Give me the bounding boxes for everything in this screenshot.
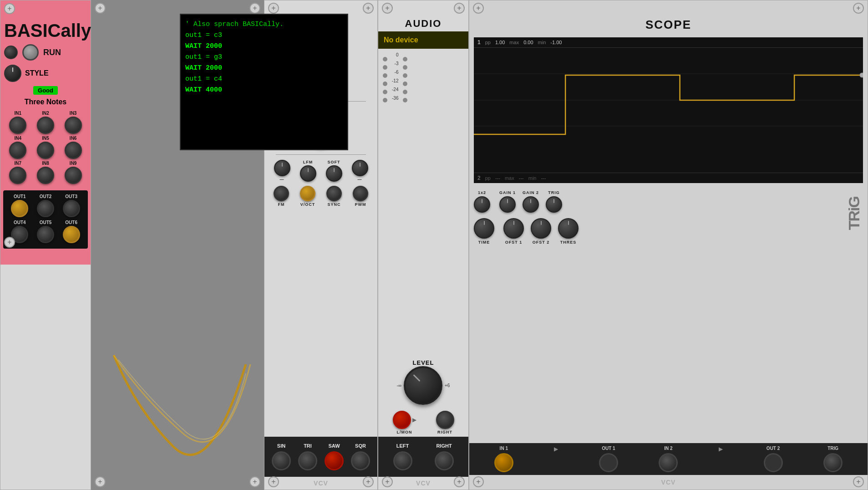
waveform-bar: SIN TRI SAW SQR [264, 437, 377, 477]
code-line-5: WAIT 2000 [185, 63, 343, 74]
in2-jack[interactable] [37, 117, 54, 134]
in4-jack[interactable] [9, 142, 26, 159]
db-0: 0 [396, 52, 399, 57]
scope-top-left-plus[interactable]: + [473, 3, 484, 14]
out3-jack[interactable] [63, 200, 80, 217]
level-section: LEVEL -∞ +6 [397, 356, 450, 408]
thres-knob[interactable] [558, 218, 579, 239]
style-row: STYLE [0, 63, 91, 84]
in2-label: IN2 [42, 111, 49, 116]
scope-out2-jack[interactable] [764, 453, 783, 472]
style-knob[interactable] [4, 65, 21, 82]
gain2-knob[interactable] [523, 196, 539, 213]
audio-top-left-plus[interactable]: + [382, 3, 393, 14]
db-m36: -36 [392, 96, 398, 101]
sin-jack[interactable] [272, 451, 291, 470]
run-label: RUN [43, 48, 61, 57]
scope-out1-jack[interactable] [599, 453, 618, 472]
out1-jack[interactable] [11, 200, 28, 217]
scope-jacks: IN 1 ▶ OUT 1 IN 2 ▶ OUT 2 TRIG [469, 443, 868, 475]
in6-group: IN6 [65, 136, 82, 159]
vco-top-left-plus[interactable]: + [268, 3, 279, 14]
left-out-label: LEFT [396, 443, 409, 449]
left-meter-dots [383, 57, 387, 102]
in3-group: IN3 [65, 111, 82, 134]
bottom-left-plus[interactable]: + [4, 237, 15, 248]
in1-group: IN1 [9, 111, 26, 134]
out2-jack[interactable] [37, 200, 54, 217]
right-mon-jack[interactable] [436, 411, 454, 429]
x1x2-knob[interactable] [474, 196, 490, 213]
in7-jack[interactable] [9, 167, 26, 184]
sync-jack[interactable] [326, 186, 342, 201]
sqr-label: SQR [355, 443, 366, 449]
right-label: RIGHT [437, 430, 452, 434]
ch1-max-label: max [509, 40, 519, 45]
voct-jack[interactable] [300, 186, 315, 201]
lmon-jack[interactable] [393, 411, 411, 429]
meter-dot-m24 [383, 90, 387, 94]
vco-controls: — LFM SOFT — [264, 158, 377, 184]
right-out-jack[interactable] [435, 451, 454, 470]
terminal-bot-left-plus[interactable]: + [95, 476, 106, 487]
scope-in1-col: IN 1 [494, 446, 513, 472]
out4-label: OUT4 [14, 220, 26, 225]
vco-bot-right-plus[interactable]: + [363, 476, 374, 487]
trig-knob[interactable] [546, 196, 562, 213]
saw-jack[interactable] [325, 451, 344, 470]
top-left-plus[interactable]: + [4, 3, 15, 14]
scope-bot-left-plus[interactable]: + [473, 476, 484, 487]
lfm-knob[interactable] [300, 165, 316, 182]
level-knob[interactable] [404, 366, 442, 405]
scope-bot-right-plus[interactable]: + [853, 476, 864, 487]
terminal-top-right-plus[interactable]: + [249, 3, 260, 14]
run-knob-input[interactable] [4, 46, 18, 59]
left-out-jack[interactable] [393, 451, 412, 470]
ch2-pp-label: pp [485, 175, 491, 181]
vco-bot-left-plus[interactable]: + [268, 476, 279, 487]
scope-top-right-plus[interactable]: + [853, 3, 864, 14]
in3-label: IN3 [70, 111, 77, 116]
sqr-jack[interactable] [351, 451, 370, 470]
in8-jack[interactable] [37, 167, 54, 184]
inputs-section: IN1 IN2 IN3 IN4 IN5 [0, 108, 91, 189]
pwm-range-knob[interactable] [352, 160, 368, 176]
ofst2-knob[interactable] [531, 218, 551, 239]
ofst1-knob[interactable] [503, 218, 524, 239]
scope-in1-jack[interactable] [494, 453, 513, 472]
vco-mid-jacks: FM V/OCT SYNC PWM [264, 184, 377, 209]
terminal-bot-right-plus[interactable]: + [249, 476, 260, 487]
tri-jack[interactable] [298, 451, 317, 470]
scope-title: SCOPE [645, 14, 691, 34]
ch2-min-label: min [528, 175, 537, 181]
no-device-bar: No device [378, 31, 468, 49]
in1-jack[interactable] [9, 117, 26, 134]
terminal-top-left-plus[interactable]: + [95, 3, 106, 14]
code-terminal[interactable]: ' Also sprach BASICally. out1 = c3 WAIT … [180, 14, 348, 150]
r-meter-dot-m36 [403, 98, 407, 102]
audio-bot-left-plus[interactable]: + [382, 476, 393, 487]
in9-jack[interactable] [65, 167, 82, 184]
gain1-knob[interactable] [499, 196, 516, 213]
scope-in2-jack[interactable] [659, 453, 678, 472]
run-toggle[interactable] [22, 44, 39, 61]
in5-jack[interactable] [37, 142, 54, 159]
pwm-jack[interactable] [353, 186, 368, 201]
in6-jack[interactable] [65, 142, 82, 159]
scope-out2-label: OUT 2 [766, 446, 780, 451]
audio-bot-right-plus[interactable]: + [454, 476, 465, 487]
soft-knob[interactable] [326, 165, 342, 182]
in3-jack[interactable] [65, 117, 82, 134]
ofst2-col: OFST 2 [531, 218, 551, 245]
ofst2-label: OFST 2 [533, 240, 550, 245]
voct-label: V/OCT [300, 202, 315, 207]
scope-trig-jack[interactable] [823, 453, 843, 472]
vco-top-right-plus[interactable]: + [363, 3, 374, 14]
time-knob[interactable] [474, 218, 494, 239]
thres-label: THRES [560, 240, 577, 245]
audio-top-right-plus[interactable]: + [454, 3, 465, 14]
fm-jack[interactable] [274, 186, 289, 201]
code-line-6: out1 = c4 [185, 74, 343, 85]
fm-range-knob[interactable] [274, 160, 290, 176]
db-scale: 0 -3 -6 -12 -24 -36 [392, 52, 398, 101]
